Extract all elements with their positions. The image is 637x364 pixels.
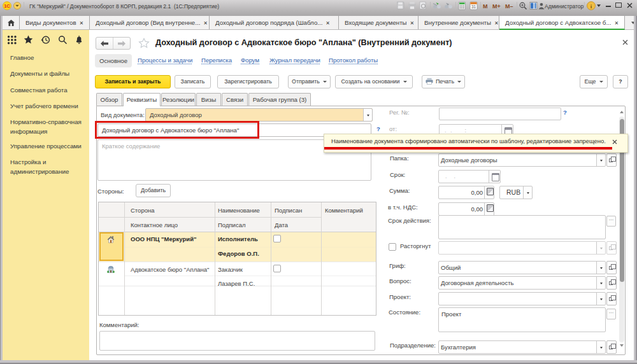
svg-text:1С: 1С xyxy=(4,3,10,9)
svg-text:31: 31 xyxy=(471,4,476,9)
svg-text:M+: M+ xyxy=(492,3,501,10)
svg-text:M–: M– xyxy=(505,3,513,10)
svg-text:M: M xyxy=(483,3,488,10)
